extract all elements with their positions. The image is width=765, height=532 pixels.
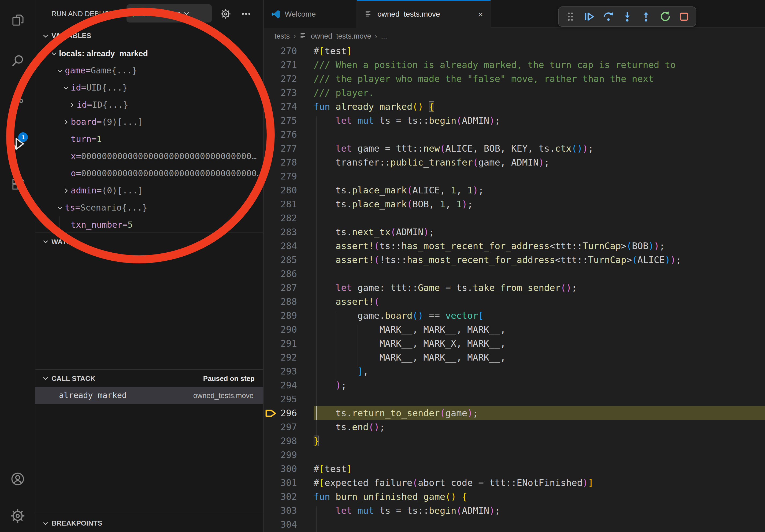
files-icon[interactable] xyxy=(5,7,31,33)
code-line[interactable]: 273/// player. xyxy=(264,86,765,100)
code-line-content[interactable]: let mut ts = ts::begin(ADMIN); xyxy=(314,504,765,518)
stop-icon[interactable] xyxy=(678,10,690,23)
step-out-icon[interactable] xyxy=(640,10,653,23)
code-line-content[interactable]: fun already_marked() { xyxy=(314,100,765,114)
more-actions-icon[interactable] xyxy=(239,7,253,21)
scope-row[interactable]: locals: already_marked xyxy=(35,45,263,62)
code-line[interactable]: 293 ], xyxy=(264,364,765,378)
account-icon[interactable] xyxy=(5,466,31,492)
code-line[interactable]: 278 transfer::public_transfer(game, ADMI… xyxy=(264,155,765,169)
line-number[interactable]: 286 xyxy=(264,267,314,281)
breadcrumb-item-file[interactable]: owned_tests.move xyxy=(311,32,371,40)
code-editor[interactable]: 270#[test]271/// When a position is alre… xyxy=(264,44,765,532)
line-number[interactable]: 297 xyxy=(264,420,314,434)
line-number[interactable]: 291 xyxy=(264,337,314,350)
code-line[interactable]: 296 ts.return_to_sender(game); xyxy=(264,406,765,420)
code-line[interactable]: 284 assert!(ts::has_most_recent_for_addr… xyxy=(264,239,765,253)
call-stack-frame[interactable]: already_marked owned_tests.move xyxy=(35,387,263,404)
code-line[interactable]: 279 xyxy=(264,169,765,183)
line-number[interactable]: 284 xyxy=(264,239,314,253)
code-line[interactable]: 281 ts.place_mark(BOB, 1, 1); xyxy=(264,197,765,211)
line-number[interactable]: 296 xyxy=(264,406,314,420)
line-number[interactable]: 283 xyxy=(264,225,314,239)
code-line-content[interactable]: assert!(ts::has_most_recent_for_address<… xyxy=(314,239,765,253)
code-line[interactable]: 274fun already_marked() { xyxy=(264,100,765,114)
code-line[interactable]: 295 xyxy=(264,392,765,406)
code-line[interactable]: 270#[test] xyxy=(264,44,765,58)
code-line[interactable]: 297 ts.end(); xyxy=(264,420,765,434)
variable-row[interactable]: o = 0000000000000000000000000000000000… xyxy=(35,165,263,182)
code-line[interactable]: 304 xyxy=(264,518,765,531)
line-number[interactable]: 281 xyxy=(264,197,314,211)
line-number[interactable]: 282 xyxy=(264,211,314,225)
line-number[interactable]: 279 xyxy=(264,169,314,183)
code-line-content[interactable]: } xyxy=(314,434,765,448)
chevron-right-icon[interactable] xyxy=(62,187,71,194)
chevron-down-icon[interactable] xyxy=(50,50,59,57)
code-line-content[interactable]: ts.next_tx(ADMIN); xyxy=(314,225,765,239)
line-number[interactable]: 290 xyxy=(264,323,314,337)
line-number[interactable]: 287 xyxy=(264,281,314,295)
code-line[interactable]: 287 let game: ttt::Game = ts.take_from_s… xyxy=(264,281,765,295)
code-line[interactable]: 285 assert!(!ts::has_most_recent_for_add… xyxy=(264,253,765,267)
code-line-content[interactable] xyxy=(314,267,765,281)
code-line-content[interactable] xyxy=(314,211,765,225)
line-number[interactable]: 294 xyxy=(264,378,314,392)
breadcrumb-item-symbol[interactable]: ... xyxy=(381,32,387,40)
code-line[interactable]: 288 assert!( xyxy=(264,295,765,309)
line-number[interactable]: 301 xyxy=(264,476,314,490)
extensions-icon[interactable] xyxy=(5,171,31,197)
line-number[interactable]: 295 xyxy=(264,392,314,406)
chevron-right-icon[interactable] xyxy=(62,119,71,126)
code-line[interactable]: 271/// When a position is already marked… xyxy=(264,58,765,72)
source-control-icon[interactable] xyxy=(5,89,31,115)
code-line-content[interactable]: ); xyxy=(314,378,765,392)
code-line-content[interactable] xyxy=(314,169,765,183)
line-number[interactable]: 289 xyxy=(264,309,314,323)
code-line-content[interactable] xyxy=(314,448,765,462)
chevron-down-icon[interactable] xyxy=(62,84,71,92)
search-icon[interactable] xyxy=(5,48,31,73)
code-line-content[interactable]: MARK__, MARK_X, MARK__, xyxy=(314,337,765,350)
code-line[interactable]: 300#[test] xyxy=(264,462,765,476)
variable-row[interactable]: game = Game{...} xyxy=(35,62,263,79)
code-line-content[interactable] xyxy=(314,518,765,531)
call-stack-section-header[interactable]: CALL STACK Paused on step xyxy=(35,369,263,387)
code-line-content[interactable]: ], xyxy=(314,364,765,378)
code-line-content[interactable]: MARK__, MARK__, MARK__, xyxy=(314,323,765,337)
settings-gear-icon[interactable] xyxy=(5,503,31,529)
code-line[interactable]: 294 ); xyxy=(264,378,765,392)
variable-row[interactable]: ts = Scenario{...} xyxy=(35,199,263,216)
line-number[interactable]: 298 xyxy=(264,434,314,448)
code-line[interactable]: 283 ts.next_tx(ADMIN); xyxy=(264,225,765,239)
code-line-content[interactable]: ts.place_mark(ALICE, 1, 1); xyxy=(314,183,765,197)
continue-icon[interactable] xyxy=(583,10,596,23)
line-number[interactable]: 272 xyxy=(264,72,314,86)
code-line-content[interactable]: fun burn_unfinished_game() { xyxy=(314,490,765,504)
chevron-down-icon[interactable] xyxy=(56,204,65,212)
code-line[interactable]: 286 xyxy=(264,267,765,281)
line-number[interactable]: 302 xyxy=(264,490,314,504)
code-line[interactable]: 272/// the player who made the "false" m… xyxy=(264,72,765,86)
variable-row[interactable]: x = 000000000000000000000000000000000… xyxy=(35,148,263,165)
tab-welcome[interactable]: Welcome xyxy=(264,0,357,28)
line-number[interactable]: 275 xyxy=(264,114,314,128)
line-number[interactable]: 304 xyxy=(264,518,314,531)
tab-owned-tests-move[interactable]: owned_tests.move × xyxy=(357,0,491,28)
code-line-content[interactable]: game.board() == vector[ xyxy=(314,309,765,323)
code-line-content[interactable]: transfer::public_transfer(game, ADMIN); xyxy=(314,155,765,169)
variable-row[interactable]: id = ID{...} xyxy=(35,97,263,114)
drag-handle-icon[interactable] xyxy=(564,10,577,23)
code-line[interactable]: 299 xyxy=(264,448,765,462)
start-debug-icon[interactable] xyxy=(131,9,139,18)
code-line[interactable]: 291 MARK__, MARK_X, MARK__, xyxy=(264,337,765,350)
variable-row[interactable]: id = UID{...} xyxy=(35,79,263,97)
code-line-content[interactable]: /// player. xyxy=(314,86,765,100)
code-line-content[interactable]: let mut ts = ts::begin(ADMIN); xyxy=(314,114,765,128)
code-line-content[interactable]: ts.place_mark(BOB, 1, 1); xyxy=(314,197,765,211)
code-line[interactable]: 289 game.board() == vector[ xyxy=(264,309,765,323)
code-line[interactable]: 280 ts.place_mark(ALICE, 1, 1); xyxy=(264,183,765,197)
code-line-content[interactable] xyxy=(314,128,765,141)
chevron-down-icon[interactable] xyxy=(56,67,65,75)
line-number[interactable]: 300 xyxy=(264,462,314,476)
